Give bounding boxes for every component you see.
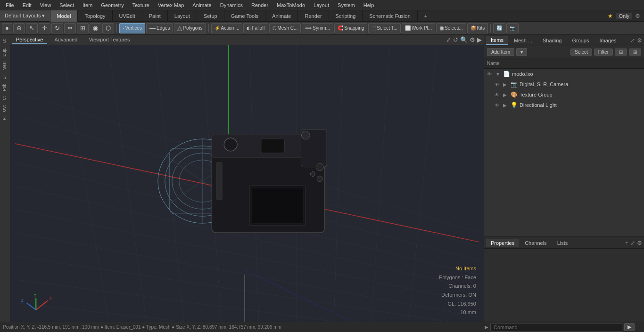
toolbar-snap-btn[interactable]: ◉: [90, 23, 101, 33]
toolbar-magnet-btn[interactable]: ⬡: [102, 23, 114, 33]
item-visibility-icon[interactable]: 👁: [495, 82, 501, 87]
menu-render[interactable]: Render: [248, 1, 272, 9]
sidebar-item-uv[interactable]: UV:: [1, 103, 9, 114]
menu-animate[interactable]: Animate: [189, 1, 215, 9]
viewport-canvas[interactable]: X Y Z No Items Polygons : Face Channels:…: [10, 45, 484, 322]
items-tab-shading[interactable]: Shading: [538, 36, 566, 45]
item-row-digital-slr[interactable]: 👁 ▶ 📷 Digital_SLR_Camera: [492, 79, 644, 89]
default-layouts-dropdown[interactable]: Default Layouts ▾: [0, 10, 50, 21]
toolbar-kits-btn[interactable]: 📦 Kits: [467, 23, 488, 33]
item-row-texture-group[interactable]: 👁 ▶ 🎨 Texture Group: [492, 89, 644, 100]
toolbar-selectt-btn[interactable]: ⬚ Select T...: [368, 23, 401, 33]
toolbar-nav-btn[interactable]: 🔄: [493, 23, 505, 33]
add-item-dropdown[interactable]: ▾: [516, 48, 527, 56]
layout-tab-gametools[interactable]: Game Tools: [224, 10, 266, 22]
vp-move-icon[interactable]: ⤢: [446, 36, 451, 43]
items-tab-groups[interactable]: Groups: [567, 36, 594, 45]
layout-tab-setup[interactable]: Setup: [197, 10, 224, 22]
sidebar-item-d[interactable]: D:: [1, 37, 9, 45]
menu-file[interactable]: File: [2, 1, 18, 9]
toolbar-cam-btn[interactable]: 📷: [506, 23, 519, 33]
layout-tab-animate[interactable]: Animate: [265, 10, 298, 22]
items-select-btn[interactable]: Select: [570, 49, 592, 56]
props-tab-channels[interactable]: Channels: [520, 239, 551, 247]
items-list[interactable]: 👁 ▼ 📄 modo.lxo 👁 ▶ 📷 Digital_SLR_Camera …: [484, 69, 644, 237]
items-panel-expand-icon[interactable]: ⤢: [630, 37, 635, 44]
menu-select[interactable]: Select: [56, 1, 78, 9]
vp-zoom-icon[interactable]: 🔍: [460, 36, 468, 43]
toolbar-falloff-btn[interactable]: ◐ Falloff: [243, 23, 268, 33]
toolbar-translate-btn[interactable]: ✛: [39, 23, 50, 33]
toolbar-snapping-btn[interactable]: 🧲 Snapping: [334, 23, 367, 33]
items-tab-images[interactable]: Images: [594, 36, 621, 45]
item-expand-icon[interactable]: ▶: [503, 92, 509, 97]
props-settings-icon[interactable]: ⚙: [637, 240, 642, 246]
item-row-directional-light[interactable]: 👁 ▶ 💡 Directional Light: [492, 100, 644, 110]
vp-rotate-icon[interactable]: ↺: [453, 36, 458, 43]
toolbar-workpl-btn[interactable]: ⬜ Work Pl...: [402, 23, 435, 33]
item-expand-icon[interactable]: ▼: [495, 72, 501, 77]
toolbar-sym-btn[interactable]: ⟺ Symm...: [302, 23, 333, 33]
vp-maximize-icon[interactable]: ▶: [477, 36, 482, 43]
items-collapse-btn[interactable]: ⊟: [615, 49, 627, 56]
props-tab-lists[interactable]: Lists: [553, 239, 573, 247]
menu-edit[interactable]: Edit: [19, 1, 35, 9]
layout-tab-layout[interactable]: Layout: [168, 10, 197, 22]
settings-icon[interactable]: ⚙: [635, 13, 640, 19]
menu-vertex-map[interactable]: Vertex Map: [154, 1, 188, 9]
sidebar-item-pol[interactable]: Pol:: [1, 82, 9, 93]
status-arrow[interactable]: ▶: [485, 324, 488, 330]
toolbar-circle-btn[interactable]: ●: [2, 23, 12, 33]
layout-tab-plus[interactable]: +: [418, 10, 434, 22]
item-expand-icon[interactable]: ▶: [503, 103, 509, 108]
items-panel-settings-icon[interactable]: ⚙: [637, 37, 642, 44]
menu-dynamics[interactable]: Dynamics: [216, 1, 247, 9]
props-tab-properties[interactable]: Properties: [486, 239, 519, 247]
sidebar-item-mes[interactable]: Mes:: [1, 59, 9, 73]
items-filter-btn[interactable]: Filter: [594, 49, 613, 56]
toolbar-polygons-btn[interactable]: △ Polygons: [174, 23, 206, 33]
viewport-tab-perspective[interactable]: Perspective: [12, 36, 47, 44]
toolbar-transform-btn[interactable]: ⊞: [77, 23, 89, 33]
sidebar-item-f[interactable]: F:: [1, 114, 9, 122]
menu-help[interactable]: Help: [360, 1, 378, 9]
command-run-btn[interactable]: ▶: [624, 323, 635, 331]
items-expand-btn[interactable]: ⊞: [629, 49, 641, 56]
item-visibility-icon[interactable]: 👁: [495, 103, 501, 108]
items-tab-mesh[interactable]: Mesh ...: [509, 36, 537, 45]
items-tab-items[interactable]: Items: [486, 36, 508, 45]
sidebar-item-e[interactable]: E:: [1, 73, 9, 81]
layout-tab-render[interactable]: Render: [298, 10, 329, 22]
viewport-tab-advanced[interactable]: Advanced: [50, 36, 81, 44]
layout-tab-topology[interactable]: Topology: [78, 10, 112, 22]
toolbar-selecti-btn[interactable]: ▣ Selecti...: [436, 23, 466, 33]
layout-tab-schematic[interactable]: Schematic Fusion: [363, 10, 417, 22]
only-button[interactable]: Only: [616, 13, 632, 19]
props-plus-icon[interactable]: +: [625, 240, 628, 246]
menu-texture[interactable]: Texture: [129, 1, 153, 9]
toolbar-vertices-btn[interactable]: · Vertices: [119, 23, 145, 33]
layout-tab-model[interactable]: Model: [50, 10, 78, 22]
command-input[interactable]: [490, 323, 622, 332]
menu-system[interactable]: System: [334, 1, 359, 9]
menu-layout[interactable]: Layout: [310, 1, 333, 9]
toolbar-rotate-btn[interactable]: ↻: [51, 23, 63, 33]
toolbar-crosshair-btn[interactable]: ⊕: [13, 23, 25, 33]
menu-geometry[interactable]: Geometry: [97, 1, 127, 9]
item-visibility-icon[interactable]: 👁: [487, 72, 494, 77]
sidebar-item-dup[interactable]: Dup.: [1, 46, 9, 58]
item-row-modo-lxo[interactable]: 👁 ▼ 📄 modo.lxo: [484, 69, 644, 79]
menu-maxtomodo[interactable]: MaxToModo: [273, 1, 309, 9]
vp-settings-icon[interactable]: ⚙: [470, 36, 475, 43]
toolbar-mesh-btn[interactable]: ⬡ Mesh C...: [269, 23, 301, 33]
menu-item[interactable]: Item: [79, 1, 96, 9]
toolbar-scale-btn[interactable]: ⇔: [64, 23, 76, 33]
toolbar-edges-btn[interactable]: — Edges: [146, 23, 173, 33]
item-visibility-icon[interactable]: 👁: [495, 92, 501, 97]
item-expand-icon[interactable]: ▶: [503, 82, 509, 87]
toolbar-action-btn[interactable]: ⚡ Action ...: [211, 23, 243, 33]
viewport-tab-textures[interactable]: Viewport Textures: [85, 36, 133, 44]
layout-tab-paint[interactable]: Paint: [142, 10, 168, 22]
layout-tab-uvedit[interactable]: UVEdit: [113, 10, 142, 22]
props-expand-icon[interactable]: ⤢: [630, 240, 635, 246]
